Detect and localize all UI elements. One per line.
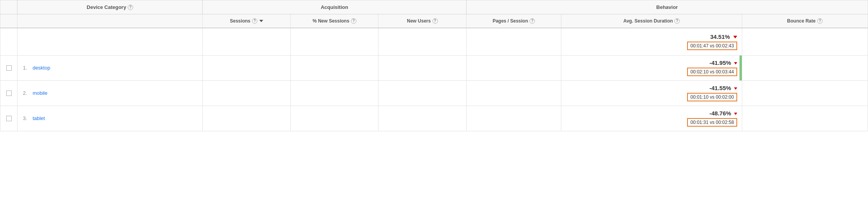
sessions-help-icon[interactable]: ? (252, 18, 257, 24)
pages-help-icon[interactable]: ? (529, 18, 535, 24)
summary-new-users-cell (378, 28, 466, 55)
row2-device-link[interactable]: mobile (33, 90, 47, 96)
table-row: 2. mobile -41.55% 00:01:10 vs 00:02:00 (0, 80, 868, 106)
row3-num: 3. (23, 115, 27, 121)
summary-check-cell (0, 28, 17, 55)
row1-avg-pct-value: -41.95% (710, 59, 731, 66)
row2-device-cell: 2. mobile (17, 80, 203, 106)
row3-new-sessions-cell (290, 106, 378, 131)
header-behavior-group: Behavior (466, 0, 868, 14)
row3-avg-cell: -48.76% 00:01:31 vs 00:02:58 (561, 106, 742, 131)
row1-sessions-cell (203, 55, 290, 80)
header-sub-device (17, 14, 203, 28)
device-category-help-icon[interactable]: ? (128, 5, 133, 10)
new-users-help-icon[interactable]: ? (432, 18, 438, 24)
bounce-rate-help-icon[interactable]: ? (817, 18, 823, 24)
row3-device-cell: 3. tablet (17, 106, 203, 131)
summary-pages-cell (466, 28, 561, 55)
row3-avg-pct: -48.76% (566, 110, 737, 117)
table-row: 1. desktop -41.95% 00:02:10 vs 00:03:44 (0, 55, 868, 80)
summary-avg-arrow-icon (733, 36, 737, 38)
header-sub-sessions[interactable]: Sessions ? (203, 14, 290, 28)
analytics-table: Device Category ? Acquisition Behavior S… (0, 0, 868, 131)
header-device-category: Device Category ? (17, 0, 203, 14)
header-group-row: Device Category ? Acquisition Behavior (0, 0, 868, 14)
row1-avg-arrow-icon (734, 62, 737, 64)
row3-avg-pct-value: -48.76% (710, 110, 731, 117)
header-sub-new-sessions[interactable]: % New Sessions ? (290, 14, 378, 28)
row2-new-sessions-cell (290, 80, 378, 106)
summary-new-sessions-cell (290, 28, 378, 55)
pages-col-label: Pages / Session (493, 18, 528, 24)
row3-checkbox[interactable] (6, 116, 12, 121)
row2-pages-cell (466, 80, 561, 106)
row2-checkbox[interactable] (6, 91, 12, 96)
row1-device-link[interactable]: desktop (33, 65, 50, 71)
summary-avg-pct: 34.51% (566, 33, 737, 40)
summary-avg-pct-value: 34.51% (710, 33, 730, 40)
header-sub-row: Sessions ? % New Sessions ? New Users ? (0, 14, 868, 28)
row2-num: 2. (23, 90, 27, 96)
row1-bar-indicator (740, 56, 742, 80)
header-sub-bounce[interactable]: Bounce Rate ? (742, 14, 868, 28)
row2-bounce-cell (742, 80, 868, 106)
new-sessions-help-icon[interactable]: ? (351, 18, 356, 24)
row3-avg-arrow-icon (734, 113, 737, 115)
header-sub-new-users[interactable]: New Users ? (378, 14, 466, 28)
row3-time-compare: 00:01:31 vs 00:02:58 (687, 118, 737, 127)
row2-avg-pct: -41.55% (566, 85, 737, 91)
avg-session-help-icon[interactable]: ? (674, 18, 680, 24)
row2-sessions-cell (203, 80, 290, 106)
new-sessions-col-label: % New Sessions (312, 18, 349, 24)
row1-new-sessions-cell (290, 55, 378, 80)
behavior-group-label: Behavior (656, 4, 678, 10)
row2-check-cell[interactable] (0, 80, 17, 106)
header-acquisition-group: Acquisition (203, 0, 466, 14)
row1-pages-cell (466, 55, 561, 80)
header-sub-pages[interactable]: Pages / Session ? (466, 14, 561, 28)
row2-new-users-cell (378, 80, 466, 106)
header-sub-check (0, 14, 17, 28)
device-category-label: Device Category (87, 4, 126, 10)
row2-avg-cell: -41.55% 00:01:10 vs 00:02:00 (561, 80, 742, 106)
header-sub-avg-session[interactable]: Avg. Session Duration ? (561, 14, 742, 28)
header-check-empty (0, 0, 17, 14)
row1-checkbox[interactable] (6, 65, 12, 71)
summary-bounce-cell (742, 28, 868, 55)
summary-device-cell (17, 28, 203, 55)
table-row: 3. tablet -48.76% 00:01:31 vs 00:02:58 (0, 106, 868, 131)
acquisition-group-label: Acquisition (321, 4, 348, 10)
row3-check-cell[interactable] (0, 106, 17, 131)
row3-sessions-cell (203, 106, 290, 131)
row3-pages-cell (466, 106, 561, 131)
row1-new-users-cell (378, 55, 466, 80)
avg-session-col-label: Avg. Session Duration (623, 18, 673, 24)
sessions-col-label: Sessions (230, 18, 250, 24)
summary-sessions-cell (203, 28, 290, 55)
summary-time-compare: 00:01:47 vs 00:02:43 (687, 42, 737, 50)
row1-bounce-cell (742, 55, 868, 80)
row1-time-compare: 00:02:10 vs 00:03:44 (687, 68, 737, 76)
row2-time-compare: 00:01:10 vs 00:02:00 (687, 93, 737, 101)
bounce-rate-col-label: Bounce Rate (787, 18, 816, 24)
row3-bounce-cell (742, 106, 868, 131)
row2-avg-pct-value: -41.55% (710, 85, 731, 91)
new-users-col-label: New Users (407, 18, 431, 24)
row1-check-cell[interactable] (0, 55, 17, 80)
row1-num: 1. (23, 65, 27, 71)
summary-row: 34.51% 00:01:47 vs 00:02:43 (0, 28, 868, 55)
sessions-sort-icon (259, 20, 263, 22)
row3-device-link[interactable]: tablet (33, 115, 45, 121)
row1-avg-pct: -41.95% (566, 59, 737, 66)
row3-new-users-cell (378, 106, 466, 131)
summary-avg-cell: 34.51% 00:01:47 vs 00:02:43 (561, 28, 742, 55)
row1-avg-cell: -41.95% 00:02:10 vs 00:03:44 (561, 55, 742, 80)
row2-avg-arrow-icon (734, 87, 737, 90)
row1-device-cell: 1. desktop (17, 55, 203, 80)
